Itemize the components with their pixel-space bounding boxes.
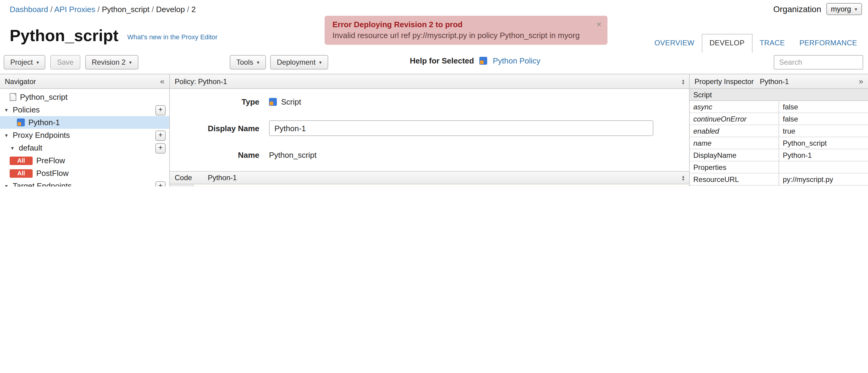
code-line[interactable]: <?xml version="1.0" encoding="UTF-8" sta… <box>193 186 689 187</box>
name-label: Name <box>170 150 259 159</box>
tab-trace[interactable]: TRACE <box>752 34 792 53</box>
property-inspector-subtitle: Python-1 <box>760 77 789 86</box>
type-row: Type Script <box>170 94 689 110</box>
organization-label: Organization <box>773 4 822 14</box>
project-button[interactable]: Project ▾ <box>4 55 45 69</box>
property-value: false <box>779 113 868 125</box>
property-row-async[interactable]: asyncfalse <box>690 101 868 113</box>
breadcrumb-item-api-proxies[interactable]: API Proxies <box>54 5 95 14</box>
type-label: Type <box>170 97 259 106</box>
property-row-displayname[interactable]: DisplayNamePython-1 <box>690 149 868 161</box>
display-name-label: Display Name <box>170 124 259 133</box>
code-token: "UTF-8" <box>323 186 353 187</box>
property-section-header: Script <box>690 89 868 101</box>
deployment-button[interactable]: Deployment ▾ <box>270 55 328 69</box>
expand-panel-icon[interactable]: » <box>859 77 863 86</box>
tree-item-label: PreFlow <box>36 156 65 165</box>
breadcrumb-item-develop: Develop <box>156 5 185 14</box>
error-banner: Error Deploying Revision 2 to prod Inval… <box>324 16 608 45</box>
whats-new-link[interactable]: What's new in the Proxy Editor <box>127 33 218 40</box>
display-name-input[interactable] <box>269 120 653 136</box>
add-button[interactable]: + <box>155 131 166 141</box>
property-inspector-header: Property Inspector Python-1 » <box>690 74 868 89</box>
collapse-vertical-icon[interactable]: ▴▾ <box>682 78 684 84</box>
add-button[interactable]: + <box>155 105 166 116</box>
display-name-row: Display Name <box>170 120 689 136</box>
tree-item-proxy-endpoints[interactable]: ▾Proxy Endpoints+ <box>0 129 169 142</box>
tools-button[interactable]: Tools ▾ <box>230 55 266 69</box>
save-button-label: Save <box>57 58 74 66</box>
flow-all-badge: All <box>10 156 33 165</box>
tree-item-label: Python-1 <box>28 118 60 127</box>
navigator-tree: Python_script▾Policies+Python-1▾Proxy En… <box>0 89 169 187</box>
policy-icon <box>479 57 487 65</box>
flow-all-badge: All <box>10 169 33 178</box>
code-header: Code Python-1 ▴▾ <box>170 171 689 184</box>
toolbar-tools-group: Tools ▾ <box>230 55 266 69</box>
tree-item-python-1[interactable]: Python-1 <box>0 116 169 129</box>
proxy-editor-app: Dashboard / API Proxies / Python_script … <box>0 0 868 187</box>
tree-item-policies[interactable]: ▾Policies+ <box>0 103 169 116</box>
disclosure-triangle-icon[interactable]: ▾ <box>4 107 9 113</box>
tree-item-label: Policies <box>13 105 40 114</box>
property-row-name[interactable]: namePython_script <box>690 137 868 149</box>
code-lines[interactable]: <?xml version="1.0" encoding="UTF-8" sta… <box>193 184 689 187</box>
property-row-script[interactable]: Script <box>690 89 868 101</box>
revision-button-label: Revision 2 <box>92 58 125 66</box>
toolbar-left-group: Project ▾ Save Revision 2 ▾ <box>4 55 138 69</box>
save-button[interactable]: Save <box>51 55 81 69</box>
breadcrumb: Dashboard / API Proxies / Python_script … <box>10 5 196 14</box>
tree-item-label: Target Endpoints <box>13 181 72 187</box>
breadcrumb-item-python-script: Python_script <box>102 5 150 14</box>
tree-item-target-endpoints[interactable]: ▾Target Endpoints+ <box>0 180 169 187</box>
code-gutter: 12▾3456 <box>170 184 193 187</box>
tree-item-postflow[interactable]: AllPostFlow <box>0 167 169 180</box>
chevron-down-icon: ▾ <box>129 60 132 65</box>
add-button[interactable]: + <box>155 181 166 187</box>
property-row-resourceurl[interactable]: ResourceURLpy://myscript.py <box>690 173 868 185</box>
property-name: DisplayName <box>690 149 779 161</box>
tree-item-label: PostFlow <box>36 169 69 178</box>
tree-item-label: default <box>19 143 42 152</box>
tree-item-python-script[interactable]: Python_script <box>0 91 169 103</box>
chevron-down-icon: ▾ <box>37 60 39 65</box>
python-policy-link[interactable]: Python Policy <box>493 56 540 65</box>
breadcrumb-separator: / <box>48 5 54 14</box>
breadcrumb-separator: / <box>150 5 156 14</box>
property-value: Python-1 <box>779 149 868 161</box>
code-header-file: Python-1 <box>208 174 237 182</box>
property-row-properties[interactable]: Properties <box>690 161 868 173</box>
add-button[interactable]: + <box>155 143 166 154</box>
help-for-selected-area: Help for Selected Python Policy <box>410 56 540 65</box>
page-title-area: Python_script What's new in the Proxy Ed… <box>10 27 218 45</box>
disclosure-triangle-icon[interactable]: ▾ <box>10 145 15 151</box>
tab-overview[interactable]: OVERVIEW <box>647 34 702 53</box>
property-row-continueonerror[interactable]: continueOnErrorfalse <box>690 113 868 125</box>
policy-icon <box>269 98 277 105</box>
disclosure-triangle-icon[interactable]: ▾ <box>4 183 9 187</box>
collapse-vertical-icon[interactable]: ▴▾ <box>682 175 684 181</box>
tab-develop[interactable]: DEVELOP <box>702 34 752 53</box>
navigator-header: Navigator « <box>0 74 169 89</box>
collapse-panel-icon[interactable]: « <box>160 77 164 86</box>
breadcrumb-item-dashboard[interactable]: Dashboard <box>10 5 48 14</box>
code-editor[interactable]: 12▾3456 <?xml version="1.0" encoding="UT… <box>170 184 689 187</box>
navigator-panel: Navigator « Python_script▾Policies+Pytho… <box>0 74 170 187</box>
property-row-enabled[interactable]: enabledtrue <box>690 125 868 137</box>
search-input[interactable] <box>774 55 863 69</box>
tree-item-label: Python_script <box>20 93 68 101</box>
organization-value: myorg <box>831 5 851 13</box>
organization-select[interactable]: myorg ▾ <box>826 3 862 15</box>
disclosure-triangle-icon[interactable]: ▾ <box>4 132 9 138</box>
error-message: Invalid resource url ref py://myscript.p… <box>333 31 592 40</box>
property-value: py://myscript.py <box>779 173 868 185</box>
code-token: "1.0" <box>257 186 279 187</box>
tree-item-default[interactable]: ▾default+ <box>0 142 169 154</box>
property-value: true <box>779 125 868 137</box>
revision-button[interactable]: Revision 2 ▾ <box>85 55 138 69</box>
tab-performance[interactable]: PERFORMANCE <box>792 34 864 53</box>
code-token: standalone= <box>353 186 406 187</box>
close-icon[interactable]: × <box>597 20 601 28</box>
code-token: "yes" <box>406 186 428 187</box>
tree-item-preflow[interactable]: AllPreFlow <box>0 154 169 167</box>
